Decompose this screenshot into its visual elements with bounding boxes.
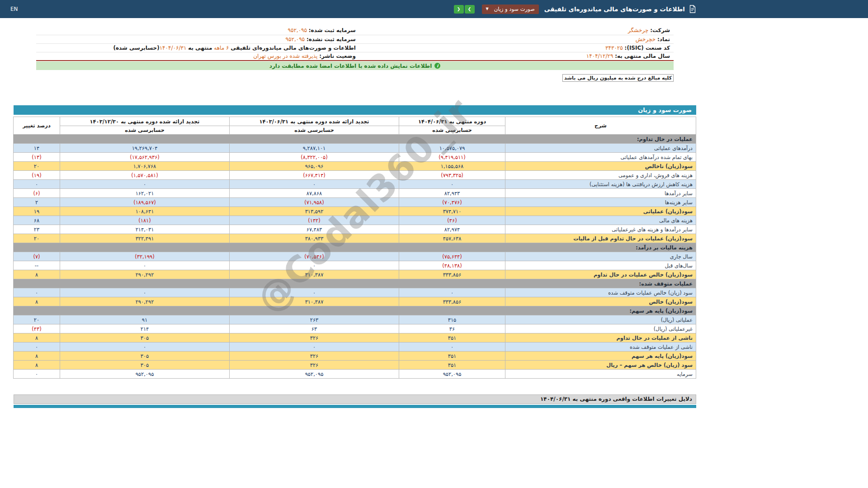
company-info-table: شرکت: چرخشگر سرمایه ثبت شده: ۹۵۲,۰۹۵ نما…: [36, 26, 674, 61]
value-prior-period: ۹۵۲,۰۹۵: [230, 370, 399, 379]
value-current-period: (۴۶): [399, 216, 505, 225]
table-row: کد صنعت (ISIC): ۳۴۳۰۲۵ اطلاعات و صورت‌ها…: [36, 43, 674, 52]
section-title: سود(زیان) پایه هر سهم:: [14, 306, 696, 315]
table-row: سایر هزینه‌ها(۷۰,۴۷۶)(۷۱,۹۵۸)(۱۸۹,۵۶۷)۲: [14, 198, 696, 207]
table-row: سال مالی منتهی به: ۱۴۰۴/۱۲/۲۹ وضعیت ناشر…: [36, 52, 674, 61]
report-description: اطلاعات و صورت‌های مالی میاندوره‌ای تلفی…: [36, 43, 359, 52]
value-current-period: ۳۱۵: [399, 315, 505, 324]
table-header-row: شرح دوره منتهی به ۱۴۰۴/۰۶/۳۱ تجدید ارائه…: [14, 117, 696, 126]
value-pct-change: (۴۳): [14, 324, 60, 333]
table-row: سال جاری(۷۵,۶۴۴)(۷۰,۵۴۶)(۳۲,۱۹۹)(۷): [14, 252, 696, 261]
previous-statement-button[interactable]: ❮: [454, 5, 464, 14]
value-prior-period: ۰: [230, 288, 399, 297]
report-description-middle: منتهی به: [188, 45, 212, 51]
bottom-section-bar: [14, 405, 696, 408]
statement-title-bar: صورت سود و زیان: [14, 105, 696, 115]
value-annual-period: ۱۰۸,۶۴۱: [60, 207, 230, 216]
value-annual-period: (۱۷,۵۶۲,۹۳۶): [60, 153, 230, 162]
registered-capital-label: سرمایه ثبت شده:: [309, 27, 356, 33]
fiscal-year-value: ۱۴۰۴/۱۲/۲۹: [586, 53, 613, 59]
value-pct-change: ۲: [14, 198, 60, 207]
value-prior-period: ۹,۲۸۷,۱۰۱: [230, 144, 399, 153]
table-row: سود (زیان) خالص عملیات متوقف شده۰۰۰۰: [14, 288, 696, 297]
reasons-section-header: دلایل تغییرات اطلاعات واقعی دوره منتهی ب…: [14, 394, 696, 404]
value-pct-change: ۰: [14, 343, 60, 352]
section-title: عملیات در حال تداوم:: [14, 135, 696, 144]
units-note: کلیه مبالغ درج شده به میلیون ریال می باش…: [562, 74, 674, 82]
value-current-period: ۳۶: [399, 324, 505, 333]
row-description: سود (زیان) خالص عملیات متوقف شده: [505, 288, 696, 297]
value-prior-period: ۶۷,۴۸۳: [230, 225, 399, 234]
report-length: ۶ ماهه: [214, 45, 229, 51]
value-annual-period: ۲۹۰,۲۹۲: [60, 297, 230, 306]
section-header-row: سود(زیان) پایه هر سهم:: [14, 306, 696, 315]
financial-statement-icon: [689, 5, 696, 13]
value-pct-change: ۲۰: [14, 315, 60, 324]
col-header-period-current: دوره منتهی به ۱۴۰۴/۰۶/۳۱: [399, 117, 505, 126]
statement-select-value: صورت سود و زیان: [494, 6, 535, 12]
row-description: سایر درآمدها: [505, 189, 696, 198]
value-current-period: ۳۳۳,۸۵۶: [399, 270, 505, 279]
row-description: سرمایه: [505, 370, 696, 379]
row-description: سایر هزینه‌ها: [505, 198, 696, 207]
publisher-status-label: وضعیت ناشر:: [319, 53, 356, 59]
value-annual-period: (۳۲,۱۹۹): [60, 252, 230, 261]
row-description: سال جاری: [505, 252, 696, 261]
value-prior-period: ۰: [230, 261, 399, 270]
value-pct-change: (۱۳): [14, 153, 60, 162]
value-annual-period: ۰: [60, 261, 230, 270]
value-annual-period: ۹۵۲,۰۹۵: [60, 370, 230, 379]
value-prior-period: ۸۷,۸۶۸: [230, 189, 399, 198]
table-row: سود(زیان) پایه هر سهم۳۵۱۳۲۶۳۰۵۸: [14, 352, 696, 361]
value-pct-change: ۸: [14, 270, 60, 279]
income-statement-section: صورت سود و زیان شرح دوره منتهی به ۱۴۰۴/۰…: [14, 105, 696, 379]
value-annual-period: ۳۰۵: [60, 333, 230, 343]
value-pct-change: ۸: [14, 352, 60, 361]
next-statement-button[interactable]: ❯: [465, 5, 475, 14]
value-current-period: ۳۵۱: [399, 361, 505, 370]
table-row: سرمایه۹۵۲,۰۹۵۹۵۲,۰۹۵۹۵۲,۰۹۵۰: [14, 370, 696, 379]
table-row: عملیاتی (ریال)۳۱۵۲۶۳۹۱۲۰: [14, 315, 696, 324]
table-row: سود (زیان) خالص هر سهم – ریال۳۵۱۳۲۶۳۰۵۸: [14, 361, 696, 370]
value-prior-period: ۳۱۳,۵۹۲: [230, 207, 399, 216]
value-current-period: ۸۲,۹۴۳: [399, 189, 505, 198]
value-pct-change: ۱۹: [14, 207, 60, 216]
company-name-link[interactable]: چرخشگر: [628, 27, 648, 33]
table-row: سود(زیان) عملیات در حال تداوم قبل از مال…: [14, 234, 696, 243]
value-annual-period: ۳۲۲,۴۹۱: [60, 234, 230, 243]
page-title: اطلاعات و صورت‌های مالی میاندوره‌ای تلفی…: [544, 5, 685, 13]
row-description: هزینه کاهش ارزش دریافتنی ها (هزینه استثن…: [505, 180, 696, 189]
symbol-label: نماد:: [657, 36, 670, 42]
navbar-right-group: اطلاعات و صورت‌های مالی میاندوره‌ای تلفی…: [454, 0, 696, 18]
language-toggle-en[interactable]: EN: [10, 0, 18, 18]
value-current-period: ۴۵۷,۶۳۸: [399, 234, 505, 243]
value-current-period: ۰: [399, 288, 505, 297]
value-annual-period: ۲۱۴,۰۳۱: [60, 225, 230, 234]
top-navbar: اطلاعات و صورت‌های مالی میاندوره‌ای تلفی…: [0, 0, 868, 18]
value-annual-period: ۰: [60, 180, 230, 189]
publisher-status-value: پذیرفته شده در بورس تهران: [253, 53, 317, 59]
value-current-period: ۰: [399, 343, 505, 352]
value-current-period: (۷۵,۶۴۴): [399, 252, 505, 261]
row-description: سود(زیان) عملیاتی: [505, 207, 696, 216]
value-pct-change: ۰: [14, 180, 60, 189]
section-header-row: عملیات در حال تداوم:: [14, 135, 696, 144]
isic-value: ۳۴۳۰۲۵: [605, 45, 623, 51]
value-prior-period: (۷۱,۹۵۸): [230, 198, 399, 207]
table-row: سود(زیان) ناخالص۱,۱۵۵,۵۶۸۹۶۵,۰۹۶۱,۷۰۶,۷۶…: [14, 162, 696, 171]
value-annual-period: ۳۰۵: [60, 361, 230, 370]
value-prior-period: (۷۰,۵۴۶): [230, 252, 399, 261]
value-annual-period: ۲۱۴: [60, 324, 230, 333]
row-description: غیرعملیاتی (ریال): [505, 324, 696, 333]
table-row: سود(زیان) خالص عملیات در حال تداوم۳۳۳,۸۵…: [14, 270, 696, 279]
row-description: ناشی از عملیات در حال تداوم: [505, 333, 696, 343]
row-description: سود (زیان) خالص هر سهم – ریال: [505, 361, 696, 370]
table-row: سایر درآمدها۸۲,۹۴۳۸۷,۸۶۸۱۶۲,۰۲۱(۶): [14, 189, 696, 198]
value-current-period: ۹۵۲,۰۹۵: [399, 370, 505, 379]
section-header-row: عملیات متوقف شده:: [14, 279, 696, 288]
statement-type-select[interactable]: صورت سود و زیان ▼: [482, 5, 539, 14]
value-pct-change: (۷): [14, 252, 60, 261]
symbol-link[interactable]: خچرخش: [636, 36, 656, 42]
table-row: شرکت: چرخشگر سرمایه ثبت شده: ۹۵۲,۰۹۵: [36, 26, 674, 35]
value-prior-period: ۰: [230, 343, 399, 352]
